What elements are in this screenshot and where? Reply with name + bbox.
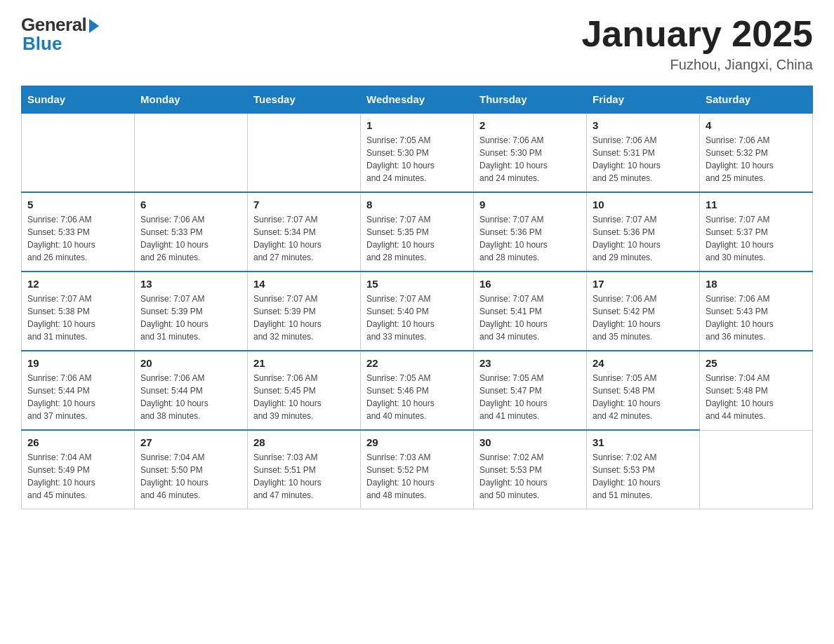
column-header-thursday: Thursday xyxy=(474,86,587,114)
logo-arrow-icon xyxy=(89,19,99,33)
day-number: 23 xyxy=(479,357,581,369)
day-info: Sunrise: 7:06 AM Sunset: 5:43 PM Dayligh… xyxy=(706,293,807,343)
day-number: 5 xyxy=(27,199,128,210)
day-number: 19 xyxy=(27,357,128,369)
day-info: Sunrise: 7:07 AM Sunset: 5:34 PM Dayligh… xyxy=(253,213,355,264)
day-number: 22 xyxy=(366,357,468,369)
calendar-cell: 8Sunrise: 7:07 AM Sunset: 5:35 PM Daylig… xyxy=(361,192,474,271)
location-text: Fuzhou, Jiangxi, China xyxy=(581,57,813,73)
day-number: 26 xyxy=(27,436,128,448)
day-info: Sunrise: 7:06 AM Sunset: 5:30 PM Dayligh… xyxy=(479,134,581,185)
calendar-week-row: 5Sunrise: 7:06 AM Sunset: 5:33 PM Daylig… xyxy=(22,192,813,271)
day-info: Sunrise: 7:07 AM Sunset: 5:36 PM Dayligh… xyxy=(479,213,581,264)
day-info: Sunrise: 7:04 AM Sunset: 5:49 PM Dayligh… xyxy=(27,451,128,502)
day-info: Sunrise: 7:05 AM Sunset: 5:48 PM Dayligh… xyxy=(593,372,694,422)
calendar-cell: 26Sunrise: 7:04 AM Sunset: 5:49 PM Dayli… xyxy=(22,430,135,509)
column-header-sunday: Sunday xyxy=(22,86,135,114)
day-number: 14 xyxy=(253,278,355,290)
day-number: 8 xyxy=(366,199,468,210)
day-info: Sunrise: 7:06 AM Sunset: 5:32 PM Dayligh… xyxy=(706,134,807,185)
day-number: 4 xyxy=(706,119,807,131)
month-title: January 2025 xyxy=(581,14,813,54)
calendar-cell: 16Sunrise: 7:07 AM Sunset: 5:41 PM Dayli… xyxy=(474,271,587,351)
calendar-cell: 19Sunrise: 7:06 AM Sunset: 5:44 PM Dayli… xyxy=(22,351,135,430)
calendar-table: SundayMondayTuesdayWednesdayThursdayFrid… xyxy=(21,86,813,509)
calendar-cell xyxy=(22,113,135,192)
day-number: 15 xyxy=(366,278,468,290)
calendar-cell: 30Sunrise: 7:02 AM Sunset: 5:53 PM Dayli… xyxy=(474,430,587,509)
day-info: Sunrise: 7:07 AM Sunset: 5:39 PM Dayligh… xyxy=(140,293,241,343)
calendar-cell: 18Sunrise: 7:06 AM Sunset: 5:43 PM Dayli… xyxy=(700,271,813,351)
day-info: Sunrise: 7:06 AM Sunset: 5:42 PM Dayligh… xyxy=(593,293,694,343)
title-section: January 2025 Fuzhou, Jiangxi, China xyxy=(581,14,813,73)
calendar-cell: 29Sunrise: 7:03 AM Sunset: 5:52 PM Dayli… xyxy=(361,430,474,509)
day-number: 10 xyxy=(593,199,694,210)
day-number: 16 xyxy=(479,278,581,290)
day-number: 31 xyxy=(593,436,694,448)
calendar-cell: 10Sunrise: 7:07 AM Sunset: 5:36 PM Dayli… xyxy=(587,192,700,271)
day-info: Sunrise: 7:05 AM Sunset: 5:47 PM Dayligh… xyxy=(479,372,581,422)
calendar-cell: 9Sunrise: 7:07 AM Sunset: 5:36 PM Daylig… xyxy=(474,192,587,271)
day-info: Sunrise: 7:03 AM Sunset: 5:51 PM Dayligh… xyxy=(253,451,355,502)
calendar-cell: 4Sunrise: 7:06 AM Sunset: 5:32 PM Daylig… xyxy=(700,113,813,192)
calendar-cell: 7Sunrise: 7:07 AM Sunset: 5:34 PM Daylig… xyxy=(248,192,361,271)
day-info: Sunrise: 7:04 AM Sunset: 5:50 PM Dayligh… xyxy=(140,451,241,502)
day-number: 3 xyxy=(593,119,694,131)
logo-blue-text: Blue xyxy=(22,33,62,55)
calendar-week-row: 26Sunrise: 7:04 AM Sunset: 5:49 PM Dayli… xyxy=(22,430,813,509)
day-number: 7 xyxy=(253,199,355,210)
calendar-cell xyxy=(248,113,361,192)
calendar-cell: 14Sunrise: 7:07 AM Sunset: 5:39 PM Dayli… xyxy=(248,271,361,351)
day-info: Sunrise: 7:07 AM Sunset: 5:41 PM Dayligh… xyxy=(479,293,581,343)
calendar-cell: 6Sunrise: 7:06 AM Sunset: 5:33 PM Daylig… xyxy=(135,192,248,271)
day-number: 6 xyxy=(140,199,241,210)
calendar-cell: 5Sunrise: 7:06 AM Sunset: 5:33 PM Daylig… xyxy=(22,192,135,271)
calendar-cell: 11Sunrise: 7:07 AM Sunset: 5:37 PM Dayli… xyxy=(700,192,813,271)
day-info: Sunrise: 7:06 AM Sunset: 5:45 PM Dayligh… xyxy=(253,372,355,422)
day-number: 30 xyxy=(479,436,581,448)
day-number: 17 xyxy=(593,278,694,290)
day-number: 1 xyxy=(366,119,468,131)
day-number: 21 xyxy=(253,357,355,369)
calendar-week-row: 1Sunrise: 7:05 AM Sunset: 5:30 PM Daylig… xyxy=(22,113,813,192)
calendar-cell: 25Sunrise: 7:04 AM Sunset: 5:48 PM Dayli… xyxy=(700,351,813,430)
day-info: Sunrise: 7:07 AM Sunset: 5:37 PM Dayligh… xyxy=(706,213,807,264)
calendar-cell: 24Sunrise: 7:05 AM Sunset: 5:48 PM Dayli… xyxy=(587,351,700,430)
day-number: 2 xyxy=(479,119,581,131)
calendar-cell: 17Sunrise: 7:06 AM Sunset: 5:42 PM Dayli… xyxy=(587,271,700,351)
day-info: Sunrise: 7:06 AM Sunset: 5:33 PM Dayligh… xyxy=(140,213,241,264)
calendar-cell: 31Sunrise: 7:02 AM Sunset: 5:53 PM Dayli… xyxy=(587,430,700,509)
logo: General Blue xyxy=(21,14,99,55)
day-info: Sunrise: 7:04 AM Sunset: 5:48 PM Dayligh… xyxy=(706,372,807,422)
column-header-saturday: Saturday xyxy=(700,86,813,114)
day-info: Sunrise: 7:07 AM Sunset: 5:40 PM Dayligh… xyxy=(366,293,468,343)
calendar-header-row: SundayMondayTuesdayWednesdayThursdayFrid… xyxy=(22,86,813,114)
calendar-cell: 12Sunrise: 7:07 AM Sunset: 5:38 PM Dayli… xyxy=(22,271,135,351)
calendar-cell: 22Sunrise: 7:05 AM Sunset: 5:46 PM Dayli… xyxy=(361,351,474,430)
day-info: Sunrise: 7:05 AM Sunset: 5:30 PM Dayligh… xyxy=(366,134,468,185)
column-header-tuesday: Tuesday xyxy=(248,86,361,114)
day-number: 28 xyxy=(253,436,355,448)
column-header-monday: Monday xyxy=(135,86,248,114)
calendar-week-row: 19Sunrise: 7:06 AM Sunset: 5:44 PM Dayli… xyxy=(22,351,813,430)
day-number: 27 xyxy=(140,436,241,448)
calendar-cell: 3Sunrise: 7:06 AM Sunset: 5:31 PM Daylig… xyxy=(587,113,700,192)
calendar-cell: 2Sunrise: 7:06 AM Sunset: 5:30 PM Daylig… xyxy=(474,113,587,192)
calendar-cell: 28Sunrise: 7:03 AM Sunset: 5:51 PM Dayli… xyxy=(248,430,361,509)
day-info: Sunrise: 7:06 AM Sunset: 5:44 PM Dayligh… xyxy=(140,372,241,422)
calendar-cell xyxy=(700,430,813,509)
calendar-cell: 23Sunrise: 7:05 AM Sunset: 5:47 PM Dayli… xyxy=(474,351,587,430)
calendar-week-row: 12Sunrise: 7:07 AM Sunset: 5:38 PM Dayli… xyxy=(22,271,813,351)
calendar-cell: 1Sunrise: 7:05 AM Sunset: 5:30 PM Daylig… xyxy=(361,113,474,192)
day-info: Sunrise: 7:02 AM Sunset: 5:53 PM Dayligh… xyxy=(593,451,694,502)
day-info: Sunrise: 7:06 AM Sunset: 5:33 PM Dayligh… xyxy=(27,213,128,264)
day-info: Sunrise: 7:06 AM Sunset: 5:44 PM Dayligh… xyxy=(27,372,128,422)
day-number: 12 xyxy=(27,278,128,290)
day-number: 24 xyxy=(593,357,694,369)
calendar-cell: 15Sunrise: 7:07 AM Sunset: 5:40 PM Dayli… xyxy=(361,271,474,351)
column-header-wednesday: Wednesday xyxy=(361,86,474,114)
day-number: 18 xyxy=(706,278,807,290)
calendar-cell xyxy=(135,113,248,192)
day-number: 25 xyxy=(706,357,807,369)
column-header-friday: Friday xyxy=(587,86,700,114)
